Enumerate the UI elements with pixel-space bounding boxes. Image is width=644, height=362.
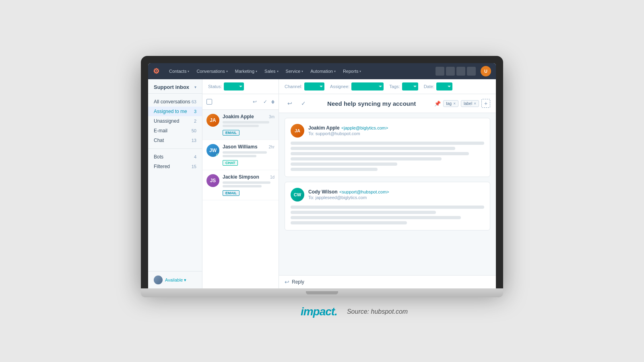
sidebar-nav: All conversations 63 Assigned to me 3 Un…: [148, 94, 202, 175]
conversation-header-actions: 📌 tag × label × +: [434, 99, 490, 108]
check-button[interactable]: ✓: [298, 98, 309, 109]
add-tag-button[interactable]: +: [481, 99, 490, 108]
reply-bar: ↩ Reply: [279, 275, 496, 288]
filter-assignee-chip[interactable]: [351, 82, 384, 90]
conversation-header: ↩ ✓ Need help syncing my account 📌 tag ×: [279, 94, 496, 113]
nav-conversations[interactable]: Conversations ▾: [193, 67, 231, 75]
conv-name-jackie: Jackie Simpson: [223, 174, 259, 180]
conv-content-joakim: Joakim Apple 3m EMAIL: [223, 114, 275, 136]
nav-marketing[interactable]: Marketing ▾: [232, 67, 260, 75]
reply-button[interactable]: ↩: [285, 98, 295, 109]
filter-tags-group: Tags:: [389, 82, 418, 90]
filter-tags-label: Tags:: [389, 84, 400, 89]
conversation-list: Status: ↩ ✓: [202, 79, 279, 288]
conv-item-jackie[interactable]: JS Jackie Simpson 1d EMAIL: [202, 170, 279, 200]
conv-avatar-joakim: JA: [206, 114, 219, 127]
body-line: [291, 162, 397, 166]
conv-tag-email: EMAIL: [223, 130, 239, 136]
nav-sales[interactable]: Sales ▾: [261, 67, 282, 75]
filter-tags-chip[interactable]: [402, 82, 418, 90]
nav-icon-2[interactable]: [446, 67, 455, 76]
tag-badge-1[interactable]: tag ×: [443, 100, 458, 107]
select-all-checkbox[interactable]: [206, 99, 212, 105]
sort-button[interactable]: [271, 100, 275, 104]
sidebar-item-unassigned[interactable]: Unassigned 2: [148, 116, 202, 126]
conv-tag-chat: CHAT: [223, 160, 238, 166]
main-content: Channel: Assignee: Tags:: [279, 79, 496, 288]
filter-channel-group: Channel:: [285, 82, 324, 90]
email-sender-info-cody: Cody Wilson <support@hubspot.com> To: ja…: [308, 188, 484, 200]
email-body-joakim: [291, 142, 484, 171]
email-sender-name-cody: Cody Wilson: [308, 189, 338, 195]
nav-contacts[interactable]: Contacts ▾: [166, 67, 192, 75]
conv-item-jason[interactable]: JW Jason Williams 2hr CHAT: [202, 140, 279, 170]
conv-item-joakim[interactable]: JA Joakim Apple 3m EMAIL: [202, 110, 279, 140]
sidebar-item-chat[interactable]: Chat 13: [148, 136, 202, 145]
nav-service[interactable]: Service ▾: [283, 67, 307, 75]
secondary-filters-bar: Channel: Assignee: Tags:: [279, 79, 496, 94]
tag-close-icon[interactable]: ×: [453, 101, 456, 106]
sidebar-item-filtered[interactable]: Filtered 15: [148, 162, 202, 171]
top-navigation: ⚙ Contacts ▾ Conversations ▾ Marketing ▾: [148, 63, 496, 79]
nav-menu: Contacts ▾ Conversations ▾ Marketing ▾ S…: [166, 67, 436, 75]
user-avatar[interactable]: U: [481, 66, 491, 76]
conv-items-list: JA Joakim Apple 3m EMAIL: [202, 110, 279, 288]
filter-date-label: Date:: [424, 84, 434, 89]
conv-name-jason: Jason Williams: [223, 144, 258, 150]
chevron-down-icon: ▾: [188, 70, 189, 73]
email-sender-name: Joakim Apple: [308, 125, 340, 131]
conv-preview-2: [223, 125, 259, 127]
laptop-notch: [306, 291, 338, 294]
tag-badge-2[interactable]: label ×: [461, 100, 479, 107]
sidebar-item-email[interactable]: E-mail 50: [148, 126, 202, 136]
body-line: [291, 168, 378, 171]
nav-icon-1[interactable]: [436, 67, 444, 76]
conv-avatar-jackie: JS: [206, 174, 219, 187]
sidebar: Support inbox ▾ All conversations 63 Ass…: [148, 79, 202, 288]
body-line: [291, 221, 407, 224]
conv-preview-1: [223, 121, 269, 123]
filter-status: Status:: [208, 82, 244, 90]
status-button[interactable]: Available ▾: [165, 278, 186, 283]
tag-close-icon-2[interactable]: ×: [474, 101, 476, 106]
conv-list-actions: ↩ ✓: [250, 97, 275, 106]
filter-status-label: Status:: [208, 84, 222, 89]
email-card-header-cody: CW Cody Wilson <support@hubspot.com> To:…: [291, 188, 484, 202]
footer-user-avatar: [154, 276, 163, 284]
pin-icon[interactable]: 📌: [434, 101, 441, 107]
conv-preview-3: [223, 151, 267, 154]
filter-date-chip[interactable]: [436, 82, 452, 90]
filter-status-chip[interactable]: [224, 82, 244, 90]
sidebar-item-bots[interactable]: Bots 4: [148, 152, 202, 162]
conversation-title: Need help syncing my account: [327, 100, 416, 107]
conv-time-joakim: 3m: [269, 115, 275, 119]
email-avatar-cody: CW: [291, 188, 304, 202]
conv-avatar-jason: JW: [206, 144, 219, 157]
chevron-down-icon[interactable]: ▾: [194, 85, 196, 89]
mark-done-button[interactable]: ✓: [261, 97, 270, 106]
nav-automation[interactable]: Automation ▾: [307, 67, 339, 75]
sidebar-footer: Available ▾: [148, 271, 202, 288]
branding-bar: impact. Source: hubspot.com: [236, 297, 408, 322]
reply-button[interactable]: Reply: [292, 279, 304, 285]
chevron-down-icon: [413, 86, 417, 87]
body-line: [291, 211, 436, 214]
reply-all-button[interactable]: ↩: [250, 97, 259, 106]
main-toolbar: ↩ ✓: [285, 98, 309, 109]
sidebar-divider: [148, 148, 202, 149]
chevron-down-icon: ▾: [256, 70, 257, 73]
email-body-cody: [291, 206, 484, 224]
chevron-down-icon: [320, 86, 323, 87]
chevron-down-icon: ▾: [334, 70, 336, 73]
nav-right-actions: U: [436, 66, 491, 76]
chevron-down-icon: ▾: [226, 70, 228, 73]
nav-reports[interactable]: Reports ▾: [340, 67, 365, 75]
filter-channel-chip[interactable]: [304, 82, 324, 90]
sidebar-item-all-conversations[interactable]: All conversations 63: [148, 97, 202, 107]
conv-preview-5: [223, 181, 270, 184]
chevron-down-icon: [448, 86, 451, 87]
nav-icon-4[interactable]: [467, 67, 476, 76]
nav-icon-3[interactable]: [456, 67, 465, 76]
sidebar-item-assigned-to-me[interactable]: Assigned to me 3: [148, 107, 202, 116]
chevron-down-icon: ▾: [301, 70, 303, 73]
